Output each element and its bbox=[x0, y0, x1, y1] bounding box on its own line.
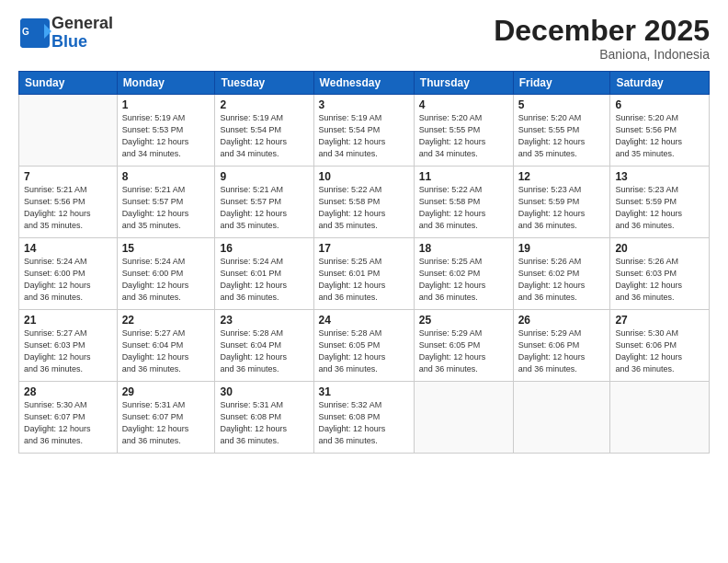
day-info: Sunrise: 5:28 AM Sunset: 6:05 PM Dayligh… bbox=[319, 327, 409, 375]
day-number: 24 bbox=[319, 314, 409, 327]
calendar-cell: 6Sunrise: 5:20 AM Sunset: 5:56 PM Daylig… bbox=[610, 95, 710, 167]
day-number: 16 bbox=[220, 242, 308, 255]
week-row-3: 14Sunrise: 5:24 AM Sunset: 6:00 PM Dayli… bbox=[19, 238, 710, 310]
day-info: Sunrise: 5:20 AM Sunset: 5:56 PM Dayligh… bbox=[615, 112, 704, 160]
day-info: Sunrise: 5:24 AM Sunset: 6:00 PM Dayligh… bbox=[122, 256, 210, 304]
day-number: 1 bbox=[122, 98, 210, 111]
calendar-cell: 7Sunrise: 5:21 AM Sunset: 5:56 PM Daylig… bbox=[19, 167, 118, 238]
day-info: Sunrise: 5:27 AM Sunset: 6:04 PM Dayligh… bbox=[122, 327, 210, 375]
day-info: Sunrise: 5:31 AM Sunset: 6:07 PM Dayligh… bbox=[122, 399, 210, 447]
title-block: December 2025 Baniona, Indonesia bbox=[494, 15, 710, 62]
calendar-cell: 8Sunrise: 5:21 AM Sunset: 5:57 PM Daylig… bbox=[117, 167, 215, 238]
day-number: 4 bbox=[419, 98, 508, 111]
day-number: 23 bbox=[220, 314, 308, 327]
calendar-cell: 10Sunrise: 5:22 AM Sunset: 5:58 PM Dayli… bbox=[313, 167, 414, 238]
calendar-cell: 30Sunrise: 5:31 AM Sunset: 6:08 PM Dayli… bbox=[215, 382, 313, 454]
day-info: Sunrise: 5:22 AM Sunset: 5:58 PM Dayligh… bbox=[419, 184, 508, 232]
day-number: 3 bbox=[319, 98, 409, 111]
calendar-cell: 5Sunrise: 5:20 AM Sunset: 5:55 PM Daylig… bbox=[513, 95, 610, 167]
calendar-cell: 29Sunrise: 5:31 AM Sunset: 6:07 PM Dayli… bbox=[117, 382, 215, 454]
day-number: 22 bbox=[122, 314, 210, 327]
calendar-cell: 15Sunrise: 5:24 AM Sunset: 6:00 PM Dayli… bbox=[117, 238, 215, 310]
logo-icon: G bbox=[18, 17, 51, 50]
day-info: Sunrise: 5:31 AM Sunset: 6:08 PM Dayligh… bbox=[220, 399, 308, 447]
week-row-4: 21Sunrise: 5:27 AM Sunset: 6:03 PM Dayli… bbox=[19, 310, 710, 382]
svg-text:G: G bbox=[22, 27, 29, 37]
calendar-cell: 11Sunrise: 5:22 AM Sunset: 5:58 PM Dayli… bbox=[414, 167, 513, 238]
day-info: Sunrise: 5:28 AM Sunset: 6:04 PM Dayligh… bbox=[220, 327, 308, 375]
day-info: Sunrise: 5:20 AM Sunset: 5:55 PM Dayligh… bbox=[518, 112, 606, 160]
day-number: 11 bbox=[419, 170, 508, 183]
week-row-1: 1Sunrise: 5:19 AM Sunset: 5:53 PM Daylig… bbox=[19, 95, 710, 167]
day-number: 26 bbox=[518, 314, 606, 327]
day-info: Sunrise: 5:22 AM Sunset: 5:58 PM Dayligh… bbox=[319, 184, 409, 232]
calendar-cell: 27Sunrise: 5:30 AM Sunset: 6:06 PM Dayli… bbox=[610, 310, 710, 382]
calendar-cell: 21Sunrise: 5:27 AM Sunset: 6:03 PM Dayli… bbox=[19, 310, 118, 382]
day-number: 9 bbox=[220, 170, 308, 183]
calendar-cell: 2Sunrise: 5:19 AM Sunset: 5:54 PM Daylig… bbox=[215, 95, 313, 167]
calendar-cell: 31Sunrise: 5:32 AM Sunset: 6:08 PM Dayli… bbox=[313, 382, 414, 454]
calendar-cell: 25Sunrise: 5:29 AM Sunset: 6:05 PM Dayli… bbox=[414, 310, 513, 382]
day-number: 20 bbox=[615, 242, 704, 255]
day-number: 18 bbox=[419, 242, 508, 255]
day-number: 6 bbox=[615, 98, 704, 111]
day-number: 28 bbox=[24, 385, 112, 398]
calendar-cell: 24Sunrise: 5:28 AM Sunset: 6:05 PM Dayli… bbox=[313, 310, 414, 382]
day-number: 29 bbox=[122, 385, 210, 398]
day-info: Sunrise: 5:30 AM Sunset: 6:07 PM Dayligh… bbox=[24, 399, 112, 447]
calendar-cell: 22Sunrise: 5:27 AM Sunset: 6:04 PM Dayli… bbox=[117, 310, 215, 382]
day-header-wednesday: Wednesday bbox=[313, 72, 414, 95]
day-info: Sunrise: 5:20 AM Sunset: 5:55 PM Dayligh… bbox=[419, 112, 508, 160]
calendar-body: 1Sunrise: 5:19 AM Sunset: 5:53 PM Daylig… bbox=[19, 95, 710, 454]
day-header-friday: Friday bbox=[513, 72, 610, 95]
day-info: Sunrise: 5:32 AM Sunset: 6:08 PM Dayligh… bbox=[319, 399, 409, 447]
day-info: Sunrise: 5:23 AM Sunset: 5:59 PM Dayligh… bbox=[518, 184, 606, 232]
day-info: Sunrise: 5:30 AM Sunset: 6:06 PM Dayligh… bbox=[615, 327, 704, 375]
calendar-cell: 16Sunrise: 5:24 AM Sunset: 6:01 PM Dayli… bbox=[215, 238, 313, 310]
calendar-cell: 23Sunrise: 5:28 AM Sunset: 6:04 PM Dayli… bbox=[215, 310, 313, 382]
calendar-cell: 13Sunrise: 5:23 AM Sunset: 5:59 PM Dayli… bbox=[610, 167, 710, 238]
logo: G General Blue bbox=[18, 15, 113, 52]
calendar-cell bbox=[414, 382, 513, 454]
calendar-cell bbox=[610, 382, 710, 454]
calendar-cell bbox=[19, 95, 118, 167]
week-row-5: 28Sunrise: 5:30 AM Sunset: 6:07 PM Dayli… bbox=[19, 382, 710, 454]
calendar-cell: 18Sunrise: 5:25 AM Sunset: 6:02 PM Dayli… bbox=[414, 238, 513, 310]
calendar-cell: 20Sunrise: 5:26 AM Sunset: 6:03 PM Dayli… bbox=[610, 238, 710, 310]
day-info: Sunrise: 5:29 AM Sunset: 6:05 PM Dayligh… bbox=[419, 327, 508, 375]
day-info: Sunrise: 5:19 AM Sunset: 5:53 PM Dayligh… bbox=[122, 112, 210, 160]
calendar-cell: 3Sunrise: 5:19 AM Sunset: 5:54 PM Daylig… bbox=[313, 95, 414, 167]
calendar-cell: 26Sunrise: 5:29 AM Sunset: 6:06 PM Dayli… bbox=[513, 310, 610, 382]
day-info: Sunrise: 5:19 AM Sunset: 5:54 PM Dayligh… bbox=[319, 112, 409, 160]
day-number: 30 bbox=[220, 385, 308, 398]
day-header-thursday: Thursday bbox=[414, 72, 513, 95]
day-info: Sunrise: 5:25 AM Sunset: 6:02 PM Dayligh… bbox=[419, 256, 508, 304]
day-number: 15 bbox=[122, 242, 210, 255]
day-number: 17 bbox=[319, 242, 409, 255]
day-number: 12 bbox=[518, 170, 606, 183]
month-year: December 2025 bbox=[494, 15, 710, 47]
day-info: Sunrise: 5:24 AM Sunset: 6:00 PM Dayligh… bbox=[24, 256, 112, 304]
day-number: 2 bbox=[220, 98, 308, 111]
day-info: Sunrise: 5:19 AM Sunset: 5:54 PM Dayligh… bbox=[220, 112, 308, 160]
day-header-monday: Monday bbox=[117, 72, 215, 95]
day-info: Sunrise: 5:26 AM Sunset: 6:02 PM Dayligh… bbox=[518, 256, 606, 304]
day-info: Sunrise: 5:23 AM Sunset: 5:59 PM Dayligh… bbox=[615, 184, 704, 232]
day-number: 10 bbox=[319, 170, 409, 183]
day-number: 5 bbox=[518, 98, 606, 111]
location: Baniona, Indonesia bbox=[494, 47, 710, 62]
day-number: 14 bbox=[24, 242, 112, 255]
day-info: Sunrise: 5:21 AM Sunset: 5:56 PM Dayligh… bbox=[24, 184, 112, 232]
day-header-tuesday: Tuesday bbox=[215, 72, 313, 95]
calendar-cell: 28Sunrise: 5:30 AM Sunset: 6:07 PM Dayli… bbox=[19, 382, 118, 454]
day-number: 19 bbox=[518, 242, 606, 255]
day-header-saturday: Saturday bbox=[610, 72, 710, 95]
day-info: Sunrise: 5:27 AM Sunset: 6:03 PM Dayligh… bbox=[24, 327, 112, 375]
day-info: Sunrise: 5:21 AM Sunset: 5:57 PM Dayligh… bbox=[122, 184, 210, 232]
calendar-header: SundayMondayTuesdayWednesdayThursdayFrid… bbox=[19, 72, 710, 95]
day-number: 21 bbox=[24, 314, 112, 327]
day-number: 25 bbox=[419, 314, 508, 327]
day-number: 27 bbox=[615, 314, 704, 327]
calendar-cell: 17Sunrise: 5:25 AM Sunset: 6:01 PM Dayli… bbox=[313, 238, 414, 310]
logo-name: General Blue bbox=[51, 15, 113, 52]
